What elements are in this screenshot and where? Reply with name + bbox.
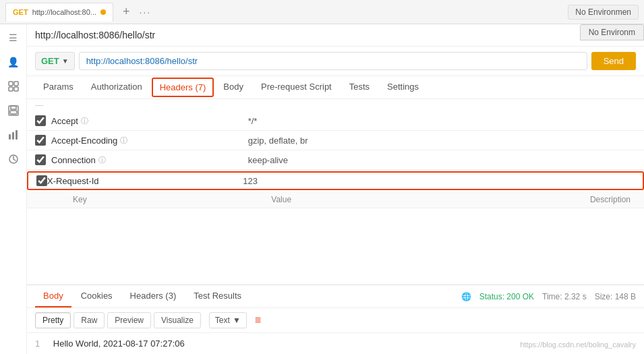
- sidebar-icon-user[interactable]: 👤: [5, 54, 22, 70]
- no-env-overlay: No Environm: [580, 24, 644, 40]
- request-tab[interactable]: GET http://localhost:80...: [5, 3, 113, 22]
- sidebar-icon-save[interactable]: [5, 102, 22, 119]
- svg-rect-1: [14, 82, 18, 86]
- resp-tab-body[interactable]: Body: [35, 285, 71, 307]
- sidebar-icon-menu[interactable]: ☰: [5, 30, 22, 46]
- request-url-input[interactable]: [79, 52, 587, 70]
- format-value: Text: [215, 316, 230, 325]
- tab-method: GET: [13, 8, 28, 16]
- headers-table: Accept ⓘ */* Accept-Encoding ⓘ gzip, def…: [27, 111, 644, 285]
- header-row-connection: Connection ⓘ keep-alive: [27, 150, 644, 170]
- accept-encoding-key: Accept-Encoding ⓘ: [51, 136, 243, 146]
- accept-encoding-value: gzip, deflate, br: [248, 136, 440, 146]
- line-number: 1: [35, 338, 40, 349]
- connection-checkbox[interactable]: [35, 154, 46, 165]
- accept-encoding-info-icon: ⓘ: [120, 136, 127, 146]
- preview-button[interactable]: Preview: [107, 312, 151, 328]
- wrap-icon[interactable]: ≡: [255, 314, 261, 326]
- send-button[interactable]: Send: [591, 52, 636, 70]
- col-value-label: Value: [255, 195, 448, 204]
- svg-rect-7: [9, 134, 11, 140]
- tab-tests[interactable]: Tests: [341, 76, 378, 98]
- response-body-text: Hello World, 2021-08-17 07:27:06: [53, 338, 185, 349]
- svg-rect-6: [10, 111, 17, 114]
- response-tabs: Body Cookies Headers (3) Test Results 🌐 …: [27, 285, 644, 308]
- sidebar: ☰ 👤: [0, 24, 27, 354]
- svg-rect-5: [11, 106, 16, 109]
- main-content: http://localhost:8086/hello/str GET ▼ Se…: [27, 24, 644, 354]
- svg-rect-9: [16, 130, 18, 140]
- connection-value: keep-alive: [248, 155, 440, 165]
- connection-info-icon: ⓘ: [98, 155, 106, 165]
- url-bar: http://localhost:8086/hello/str: [27, 24, 644, 47]
- tab-body[interactable]: Body: [215, 76, 252, 98]
- x-request-id-checkbox[interactable]: [36, 175, 47, 186]
- col-key-label: Key: [57, 195, 250, 204]
- tab-headers[interactable]: Headers (7): [152, 78, 214, 97]
- more-tabs-button[interactable]: ···: [140, 7, 152, 18]
- sidebar-icon-history[interactable]: [5, 151, 22, 167]
- visualize-button[interactable]: Visualize: [154, 312, 201, 328]
- add-tab-button[interactable]: +: [119, 5, 134, 19]
- tab-url: http://localhost:80...: [32, 8, 96, 16]
- format-chevron-icon: ▼: [233, 316, 241, 325]
- svg-rect-8: [12, 132, 14, 140]
- header-row-accept: Accept ⓘ */*: [27, 111, 644, 131]
- resp-tab-headers[interactable]: Headers (3): [122, 285, 185, 307]
- header-row-x-request-id: X-Request-Id 123: [27, 171, 644, 190]
- tab-settings[interactable]: Settings: [379, 76, 427, 98]
- response-toolbar: Pretty Raw Preview Visualize Text ▼ ≡: [27, 308, 644, 333]
- watermark: https://blog.csdn.net/boling_cavalry: [520, 341, 636, 349]
- svg-rect-2: [9, 87, 13, 91]
- request-tabs: Params Authorization Headers (7) Body Pr…: [27, 76, 644, 99]
- status-ok-text: Status: 200 OK: [479, 292, 534, 301]
- tab-dot-icon: [100, 9, 106, 15]
- tab-prerequest[interactable]: Pre-request Script: [253, 76, 340, 98]
- accept-encoding-checkbox[interactable]: [35, 135, 46, 146]
- globe-icon: 🌐: [461, 292, 471, 301]
- method-chevron-icon: ▼: [62, 57, 69, 65]
- x-request-id-key: X-Request-Id: [47, 176, 243, 186]
- resp-tab-cookies[interactable]: Cookies: [73, 285, 121, 307]
- response-time-text: Time: 2.32 s: [542, 292, 587, 301]
- accept-value: */*: [248, 116, 440, 126]
- response-size-text: Size: 148 B: [595, 292, 636, 301]
- raw-button[interactable]: Raw: [74, 312, 105, 328]
- x-request-id-value: 123: [243, 176, 438, 186]
- pretty-button[interactable]: Pretty: [35, 312, 71, 328]
- accept-info-icon: ⓘ: [81, 116, 88, 126]
- method-value: GET: [41, 56, 59, 66]
- env-label-no-env: No Environm: [580, 24, 644, 40]
- separator: —: [27, 99, 644, 111]
- svg-rect-3: [14, 87, 18, 91]
- accept-checkbox[interactable]: [35, 115, 46, 126]
- connection-key: Connection ⓘ: [51, 155, 243, 165]
- sidebar-icon-chart[interactable]: [5, 127, 22, 143]
- sidebar-icon-collections[interactable]: [5, 78, 22, 94]
- top-bar: GET http://localhost:80... + ··· No Envi…: [0, 0, 644, 24]
- method-selector[interactable]: GET ▼: [35, 52, 75, 70]
- tab-authorization[interactable]: Authorization: [83, 76, 150, 98]
- column-headers: Key Value Description: [27, 191, 644, 208]
- format-selector[interactable]: Text ▼: [209, 312, 247, 328]
- response-status-area: 🌐 Status: 200 OK Time: 2.32 s Size: 148 …: [461, 292, 636, 301]
- request-bar: GET ▼ Send: [27, 47, 644, 76]
- env-label-top: No Environmen: [568, 5, 639, 20]
- resp-tab-test-results[interactable]: Test Results: [185, 285, 250, 307]
- current-url: http://localhost:8086/hello/str: [35, 30, 155, 40]
- svg-rect-0: [9, 82, 13, 86]
- accept-key: Accept ⓘ: [51, 116, 243, 126]
- col-desc-label: Description: [454, 195, 636, 204]
- tab-params[interactable]: Params: [35, 76, 82, 98]
- header-row-accept-encoding: Accept-Encoding ⓘ gzip, deflate, br: [27, 131, 644, 150]
